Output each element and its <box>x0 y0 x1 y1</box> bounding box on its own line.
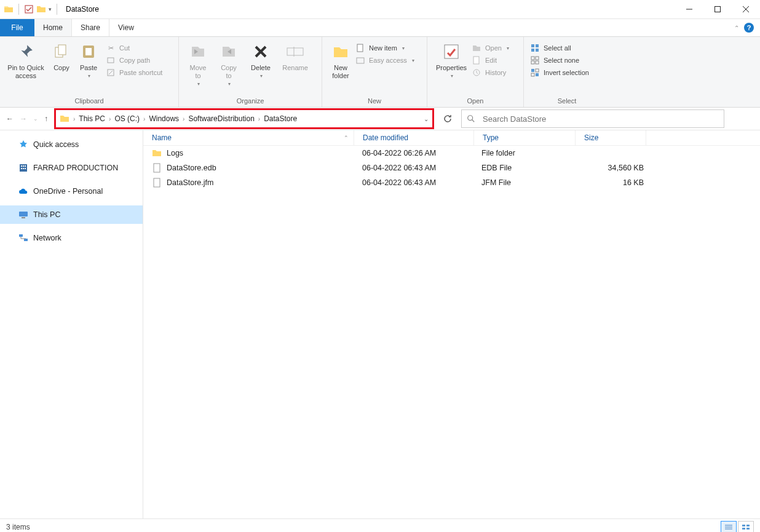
column-type[interactable]: Type <box>474 130 576 145</box>
recent-dropdown-icon[interactable]: ⌄ <box>33 116 38 122</box>
details-view-button[interactable] <box>721 521 737 532</box>
paste-shortcut-button[interactable]: Paste shortcut <box>106 68 173 77</box>
content-area: Quick access FARRAD PRODUCTION OneDrive … <box>0 130 760 518</box>
breadcrumb-item[interactable]: DataStore <box>264 114 297 123</box>
path-icon <box>106 55 116 65</box>
new-folder-button[interactable]: New folder <box>326 39 355 80</box>
sidebar-item-this-pc[interactable]: This PC <box>0 205 143 224</box>
breadcrumb-item[interactable]: OS (C:) <box>114 114 140 123</box>
minimize-ribbon-icon[interactable]: ⌃ <box>734 25 739 31</box>
copy-button[interactable]: Copy <box>48 39 75 72</box>
sidebar-label: OneDrive - Personal <box>33 187 103 196</box>
svg-rect-6 <box>58 45 66 55</box>
address-bar[interactable]: › This PC › OS (C:) › Windows › Software… <box>54 108 434 129</box>
paste-button[interactable]: Paste ▾ <box>75 39 102 80</box>
svg-rect-22 <box>531 49 534 52</box>
column-name[interactable]: Name <box>143 130 354 145</box>
select-all-label: Select all <box>544 44 571 52</box>
refresh-button[interactable] <box>440 111 455 126</box>
chevron-down-icon: ▾ <box>260 72 263 80</box>
svg-rect-24 <box>531 57 534 60</box>
qat-folder-icon[interactable] <box>36 4 46 14</box>
rename-label: Rename <box>282 64 308 72</box>
address-dropdown-icon[interactable]: ⌄ <box>424 116 429 122</box>
column-size[interactable]: Size <box>576 130 646 145</box>
new-folder-label: New folder <box>332 64 349 80</box>
edit-button[interactable]: Edit <box>472 55 515 65</box>
item-count: 3 items <box>6 523 30 531</box>
breadcrumb-item[interactable]: This PC <box>79 114 105 123</box>
chevron-down-icon: ▾ <box>412 58 414 63</box>
svg-line-33 <box>472 120 475 122</box>
easy-access-button[interactable]: Easy access▾ <box>355 55 423 65</box>
open-button[interactable]: Open▾ <box>472 43 515 53</box>
search-box[interactable] <box>461 109 724 128</box>
cut-button[interactable]: ✂Cut <box>106 43 173 53</box>
file-list-pane: Name Date modified Type Size Logs06-04-2… <box>143 130 760 518</box>
table-row[interactable]: Logs06-04-2022 06:26 AMFile folder <box>143 146 760 161</box>
shortcut-icon <box>106 68 116 77</box>
breadcrumb-item[interactable]: SoftwareDistribution <box>188 114 254 123</box>
properties-icon <box>441 42 461 62</box>
maximize-button[interactable] <box>703 0 732 18</box>
file-type: File folder <box>473 149 574 157</box>
rename-button[interactable]: Rename <box>277 39 313 72</box>
back-button[interactable]: ← <box>6 114 14 123</box>
copy-to-button[interactable]: Copy to▾ <box>213 39 244 88</box>
invert-selection-button[interactable]: Invert selection <box>530 68 598 77</box>
window-title: DataStore <box>66 5 99 14</box>
up-button[interactable]: ↑ <box>44 114 48 123</box>
select-none-button[interactable]: Select none <box>530 55 598 65</box>
sidebar-label: This PC <box>33 210 60 219</box>
delete-icon <box>251 42 271 62</box>
qat-properties-icon[interactable] <box>24 4 34 14</box>
copy-path-label: Copy path <box>119 57 150 64</box>
close-button[interactable] <box>732 0 760 18</box>
qat-dropdown-icon[interactable]: ▾ <box>49 6 52 12</box>
file-date: 06-04-2022 06:26 AM <box>354 149 473 157</box>
tab-view[interactable]: View <box>109 19 143 36</box>
tab-share[interactable]: Share <box>72 19 109 36</box>
chevron-down-icon: ▾ <box>451 72 453 80</box>
copy-path-button[interactable]: Copy path <box>106 55 173 65</box>
forward-button[interactable]: → <box>20 114 27 123</box>
sidebar-item-onedrive[interactable]: OneDrive - Personal <box>0 182 143 200</box>
svg-rect-36 <box>23 165 24 167</box>
column-date[interactable]: Date modified <box>354 130 474 145</box>
search-input[interactable] <box>481 114 719 124</box>
sidebar-item-farrad[interactable]: FARRAD PRODUCTION <box>0 159 143 177</box>
sidebar-item-network[interactable]: Network <box>0 229 143 247</box>
table-row[interactable]: DataStore.edb06-04-2022 06:43 AMEDB File… <box>143 161 760 175</box>
help-icon[interactable]: ? <box>744 23 754 33</box>
svg-rect-8 <box>85 48 92 55</box>
minimize-button[interactable] <box>675 0 703 18</box>
chevron-right-icon: › <box>73 116 75 122</box>
table-row[interactable]: DataStore.jfm06-04-2022 06:43 AMJFM File… <box>143 175 760 190</box>
history-button[interactable]: History <box>472 68 515 77</box>
svg-rect-50 <box>742 525 745 526</box>
pin-quick-access-button[interactable]: Pin to Quick access <box>4 39 48 80</box>
new-item-label: New item <box>369 44 397 52</box>
move-to-button[interactable]: Move to▾ <box>183 39 213 88</box>
file-size: 16 KB <box>574 178 650 187</box>
select-all-button[interactable]: Select all <box>530 43 598 53</box>
delete-button[interactable]: Delete▾ <box>244 39 277 80</box>
breadcrumb-item[interactable]: Windows <box>149 114 179 123</box>
svg-rect-30 <box>531 73 534 76</box>
rename-icon <box>285 42 305 62</box>
breadcrumb[interactable]: › This PC › OS (C:) › Windows › Software… <box>73 114 297 123</box>
svg-rect-41 <box>19 212 28 216</box>
move-to-label: Move to <box>190 64 207 80</box>
properties-button[interactable]: Properties▾ <box>431 39 472 80</box>
computer-icon <box>18 210 28 220</box>
paste-label: Paste <box>80 64 97 72</box>
svg-rect-53 <box>746 528 750 530</box>
tab-file[interactable]: File <box>0 19 34 36</box>
sidebar-item-quick-access[interactable]: Quick access <box>0 135 143 154</box>
separator <box>57 4 57 15</box>
thumbnails-view-button[interactable] <box>738 521 754 532</box>
tab-home[interactable]: Home <box>34 19 72 36</box>
folder-icon <box>60 114 69 124</box>
new-item-button[interactable]: New item▾ <box>355 43 423 53</box>
svg-rect-38 <box>21 168 22 169</box>
